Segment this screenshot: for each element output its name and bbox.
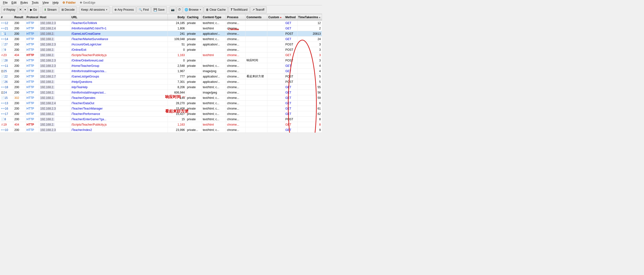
arrow-icon: ⟺ (1, 107, 5, 110)
remove-main[interactable]: ✕ (18, 6, 23, 13)
cell-protocol: HTTP (26, 26, 39, 31)
table-row[interactable]: ⟺ 12 200 HTTP 192.168.2.3 /Teacher/GoToW… (0, 20, 322, 26)
cell-result: 200 (13, 68, 26, 74)
cell-host: 192.168.2.4 (39, 26, 70, 31)
arrow-icon: ⟺ (1, 22, 5, 24)
cell-url: /GameList/getGroups (70, 74, 168, 79)
cell-comments: 响应时间 (246, 58, 267, 63)
table-row[interactable]: ⚠ 19 404 HTTP 192.168.2. /Scripts/Teache… (0, 122, 322, 127)
sep-3 (111, 7, 111, 13)
table-row[interactable]: 📄 26 200 HTTP 192.168.2. /Help/Questions… (0, 79, 322, 84)
cell-timetaken: 62 (298, 111, 322, 116)
cell-comments (246, 122, 267, 127)
file-icon: 📄 (1, 96, 4, 99)
arrow-icon: ⟺ (1, 27, 5, 30)
cell-url: /Account/GetLoginUser (70, 42, 168, 47)
table-row[interactable]: 🖼 24 200 HTTP 192.168.2. /htmlforInstall… (0, 90, 322, 95)
browse-label: Browse (189, 8, 199, 12)
cell-num: 📄 8 (0, 116, 13, 122)
cell-process: chrome... (226, 84, 246, 90)
table-row[interactable]: ⟺ 10 200 HTTP 192.168.2.3 /Teacher/index… (0, 127, 322, 133)
table-row[interactable]: ⟺ 13 200 HTTP 192.168.2.4 /Teacher/DataO… (0, 100, 322, 106)
table-row[interactable]: ⟺ 16 200 HTTP 192.168.2.3 /Teacher/Teach… (0, 106, 322, 111)
arrow-icon: ⟺ (1, 86, 5, 89)
decode-button[interactable]: ⊞ Decode (59, 6, 77, 13)
cell-custom (267, 47, 284, 52)
cell-timetaken: 2 (298, 26, 322, 31)
cell-caching: private (186, 42, 202, 47)
menu-view[interactable]: View (40, 0, 51, 5)
cell-method: POST (284, 79, 298, 84)
cell-num: 📄 26 (0, 79, 13, 84)
col-contenttype[interactable]: Content-Type (202, 14, 226, 20)
cell-host: 192.168.2. (39, 122, 70, 127)
cell-comments (246, 90, 267, 95)
col-body[interactable]: Body (168, 14, 186, 20)
icon-btn-2[interactable]: ⏱ (176, 6, 182, 13)
table-row[interactable]: ⟺ 21 200 HTTP 192.168.2.4 /HtmlforInstal… (0, 26, 322, 31)
cell-host: 192.168.2. (39, 79, 70, 84)
menu-geoedge[interactable]: ❖ GeoEdge (78, 0, 98, 5)
table-row[interactable]: 📄 9 200 HTTP 192.168.2. /Online/Exit 0 p… (0, 47, 322, 52)
image-icon: 🖼 (1, 91, 4, 94)
col-comments[interactable]: Comments (246, 14, 267, 20)
cell-comments (246, 116, 267, 122)
save-button[interactable]: 💾 Save (151, 6, 166, 13)
col-num[interactable]: # (0, 14, 13, 20)
menu-rules[interactable]: Rules (18, 0, 30, 5)
col-url[interactable]: URL (70, 14, 168, 20)
find-button[interactable]: 🔍 Find (136, 6, 151, 13)
menu-edit[interactable]: Edit (10, 0, 18, 5)
col-result[interactable]: Result (13, 14, 26, 20)
keep-dropdown[interactable]: Keep: All sessions ▼ (80, 6, 109, 13)
col-protocol[interactable]: Protocol (26, 14, 39, 20)
menu-tools[interactable]: Tools (30, 0, 40, 5)
menu-help[interactable]: Help (51, 0, 61, 5)
col-process[interactable]: Process (226, 14, 246, 20)
cell-num: ⟺ 10 (0, 127, 13, 132)
col-caching[interactable]: Caching (186, 14, 202, 20)
table-row[interactable]: ⟺ 17 200 HTTP 192.168.2. /Teacher/Perfor… (0, 111, 322, 116)
cell-protocol: HTTP (26, 31, 39, 36)
col-method[interactable]: Method (284, 14, 298, 20)
remove-dropdown[interactable]: ▼ (23, 6, 28, 13)
cell-method: GET (284, 95, 298, 100)
cell-result: 200 (13, 74, 26, 79)
table-row[interactable]: 📄 15 302 HTTP 192.168.2. /Teacher/Operat… (0, 95, 322, 100)
cell-caching: private (186, 36, 202, 42)
table-row[interactable]: ⟺ 11 200 HTTP 192.168.2.3 /Home/TeacherG… (0, 63, 322, 68)
menu-file[interactable]: File (1, 0, 10, 5)
cell-custom (267, 68, 284, 74)
browse-dropdown[interactable]: 🌐 Browse ▼ (183, 6, 203, 13)
remove-button[interactable]: ✕ ▼ (18, 6, 28, 13)
table-row[interactable]: 📄 8 200 HTTP 192.168.2. /Teacher/EnterGa… (0, 116, 322, 122)
table-row[interactable]: 📄 28 200 HTTP 192.168.2.3 /Online/Onbefo… (0, 58, 322, 63)
col-custom[interactable]: Custom ▲ (267, 14, 284, 20)
anyprocess-button[interactable]: ⊕ Any Process (112, 6, 136, 13)
col-host[interactable]: Host (39, 14, 70, 20)
table-row[interactable]: 📄 27 200 HTTP 192.168.2.3 /Account/GetLo… (0, 42, 322, 47)
table-row[interactable]: ⚠ 23 404 HTTP 192.168.2. /Scripts/Teache… (0, 52, 322, 58)
stream-button[interactable]: ⬇ Stream (42, 6, 59, 13)
table-row[interactable]: ⟺ 18 200 HTTP 192.168.2. /elp/TeaHelp 8,… (0, 84, 322, 90)
cell-contenttype: text/html; c... (202, 100, 226, 106)
icon-btn-1[interactable]: 📷 (170, 6, 176, 13)
go-button[interactable]: ▶ Go (28, 6, 39, 13)
table-row[interactable]: 📄 1 200 HTTP 192.168.2. /GameList/CreatG… (0, 31, 322, 36)
cell-process: chrome... (226, 106, 246, 111)
replay-button[interactable]: ↺ Replay (1, 6, 18, 13)
cell-custom (267, 74, 284, 79)
table-row[interactable]: 🖼 25 200 HTTP 192.168.2. /HtmlforInstall… (0, 68, 322, 74)
cell-timetaken: 3 (298, 58, 322, 63)
table-row[interactable]: 📄 22 200 HTTP 192.168.2.7 /GameList/getG… (0, 74, 322, 79)
cell-custom (267, 58, 284, 63)
cell-num: 📄 27 (0, 42, 13, 47)
clearcache-button[interactable]: 🗑 Clear Cache (204, 6, 228, 13)
tearoff-button[interactable]: ↗ Tearoff (250, 6, 266, 13)
textwizard-button[interactable]: T TextWizard (228, 6, 250, 13)
cell-num: ⟺ 16 (0, 106, 13, 111)
cell-contenttype: text/html; c... (202, 63, 226, 68)
menu-fiddler[interactable]: ⚙ Fiddler (60, 0, 78, 5)
col-timetaken[interactable]: TimeTaken/ms ▲ (298, 14, 322, 20)
table-row[interactable]: ⟺ 14 200 HTTP 192.168.2. /Teacher/Market… (0, 36, 322, 42)
